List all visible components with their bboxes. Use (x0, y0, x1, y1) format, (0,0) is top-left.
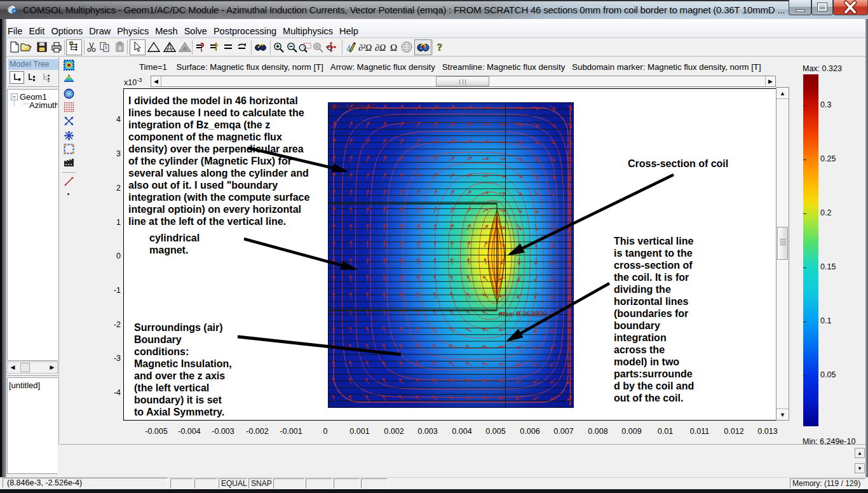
svg-text:?: ? (437, 42, 442, 53)
svg-text:∂Ω: ∂Ω (375, 43, 386, 53)
svg-text:Ω: Ω (390, 43, 397, 53)
svg-text:∂²Ω: ∂²Ω (358, 43, 372, 53)
svg-text:min: 4.373e-10: min: 4.373e-10 (330, 102, 376, 110)
svg-text:max: 0.363309: max: 0.363309 (499, 310, 547, 318)
